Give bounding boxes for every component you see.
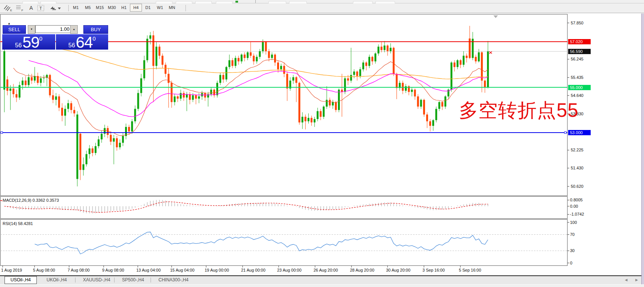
volume-input[interactable] xyxy=(35,25,72,33)
sell-button[interactable]: SELL xyxy=(3,25,26,34)
sell-price-sup: 0 xyxy=(39,36,42,41)
trading-app-window: † E F A T M1M5M15M30H1H4D1W xyxy=(0,0,644,287)
macd-values: 0.3362 0.3573 xyxy=(32,198,59,202)
buy-price-sup: 0 xyxy=(93,36,96,41)
chart-annotation-text: 多空转折点55 xyxy=(459,98,579,124)
sell-price-big: 59 xyxy=(23,35,39,50)
sell-price-small: 56 xyxy=(15,41,22,50)
volume-up-button[interactable]: ▲ xyxy=(70,25,78,34)
rsi-value: 58.4281 xyxy=(18,221,33,226)
buy-price-small: 56 xyxy=(68,41,75,50)
rsi-label: RSI(14) 58.4281 xyxy=(3,221,33,226)
svg-text:†: † xyxy=(27,80,30,84)
sell-quote[interactable]: 56 59 0 xyxy=(2,34,55,50)
collapse-icon[interactable]: ▲ xyxy=(8,22,11,25)
volume-down-button[interactable]: ▼ xyxy=(28,25,35,34)
macd-label: MACD(12,26,9) 0.3362 0.3573 xyxy=(3,198,59,202)
buy-button[interactable]: BUY xyxy=(83,25,108,34)
buy-quote[interactable]: 56 64 0 xyxy=(56,34,108,50)
buy-price-big: 64 xyxy=(76,35,93,50)
